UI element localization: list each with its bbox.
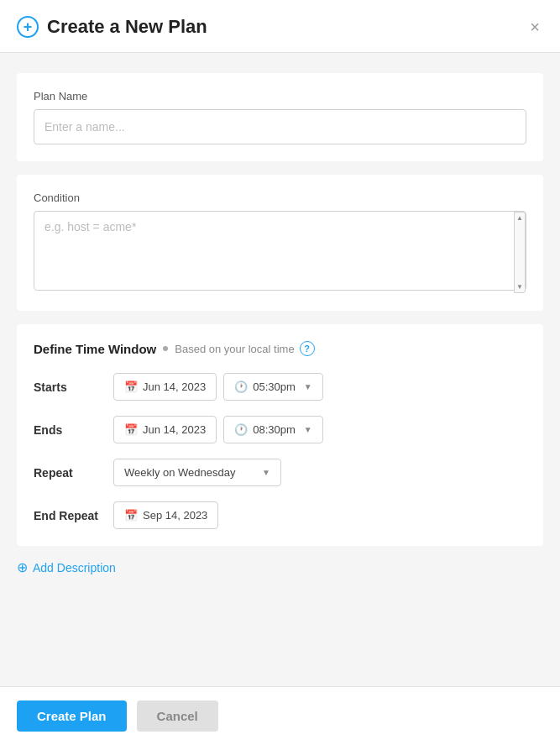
starts-date-value: Jun 14, 2023 xyxy=(143,380,206,393)
ends-row: Ends 📅 Jun 14, 2023 🕐 08:30pm ▼ xyxy=(34,416,526,443)
starts-label: Starts xyxy=(34,380,113,394)
end-repeat-date-value: Sep 14, 2023 xyxy=(143,509,207,522)
starts-date-picker[interactable]: 📅 Jun 14, 2023 xyxy=(113,373,217,401)
starts-controls: 📅 Jun 14, 2023 🕐 05:30pm ▼ xyxy=(113,373,526,401)
ends-time-select[interactable]: 🕐 08:30pm ▼ xyxy=(223,416,323,443)
dialog-title: Create a New Plan xyxy=(47,16,526,38)
end-repeat-row: End Repeat 📅 Sep 14, 2023 xyxy=(34,501,526,529)
time-window-section: Define Time Window Based on your local t… xyxy=(17,324,543,546)
condition-container: ▲ ▼ xyxy=(34,211,526,294)
scroll-up-arrow[interactable]: ▲ xyxy=(515,212,525,223)
repeat-label: Repeat xyxy=(34,466,113,480)
add-description-link[interactable]: ⊕ Add Description xyxy=(17,559,543,575)
ends-date-picker[interactable]: 📅 Jun 14, 2023 xyxy=(113,416,217,443)
plan-name-label: Plan Name xyxy=(34,90,526,102)
time-window-header: Define Time Window Based on your local t… xyxy=(34,341,526,356)
dialog-content: Plan Name Condition ▲ ▼ Define Time Wind… xyxy=(0,53,560,686)
ends-date-value: Jun 14, 2023 xyxy=(143,423,206,436)
plus-circle-icon: + xyxy=(17,16,39,38)
end-repeat-date-picker[interactable]: 📅 Sep 14, 2023 xyxy=(113,501,218,529)
dialog-footer: Create Plan Cancel xyxy=(0,686,560,745)
chevron-down-icon-ends: ▼ xyxy=(304,425,312,434)
repeat-row: Repeat Weekly on Wednesday ▼ xyxy=(34,459,526,486)
local-time-text: Based on your local time xyxy=(175,343,294,355)
ends-time-value: 08:30pm xyxy=(253,423,296,436)
help-badge[interactable]: ? xyxy=(300,341,315,356)
create-plan-button[interactable]: Create Plan xyxy=(17,700,127,732)
repeat-select[interactable]: Weekly on Wednesday ▼ xyxy=(113,459,281,486)
plan-name-section: Plan Name xyxy=(17,73,543,161)
calendar-icon-end-repeat: 📅 xyxy=(124,509,138,522)
ends-label: Ends xyxy=(34,423,113,437)
repeat-controls: Weekly on Wednesday ▼ xyxy=(113,459,526,486)
starts-time-select[interactable]: 🕐 05:30pm ▼ xyxy=(223,373,323,401)
time-window-title: Define Time Window xyxy=(34,342,156,356)
dialog-header: + Create a New Plan × xyxy=(0,0,560,53)
starts-row: Starts 📅 Jun 14, 2023 🕐 05:30pm ▼ xyxy=(34,373,526,401)
clock-icon: 🕐 xyxy=(234,380,248,393)
repeat-chevron-icon: ▼ xyxy=(262,468,270,477)
clock-icon-ends: 🕐 xyxy=(234,423,248,436)
end-repeat-controls: 📅 Sep 14, 2023 xyxy=(113,501,526,529)
calendar-icon: 📅 xyxy=(124,380,138,393)
add-description-label: Add Description xyxy=(33,561,116,574)
condition-textarea[interactable] xyxy=(34,211,526,291)
dot-separator xyxy=(163,346,168,351)
chevron-down-icon: ▼ xyxy=(304,382,312,391)
create-plan-dialog: + Create a New Plan × Plan Name Conditio… xyxy=(0,0,560,745)
scrollbar: ▲ ▼ xyxy=(514,212,526,293)
starts-time-value: 05:30pm xyxy=(253,380,296,393)
condition-section: Condition ▲ ▼ xyxy=(17,175,543,311)
calendar-icon-ends: 📅 xyxy=(124,423,138,436)
condition-label: Condition xyxy=(34,191,526,204)
scroll-down-arrow[interactable]: ▼ xyxy=(515,281,525,292)
end-repeat-label: End Repeat xyxy=(34,509,113,522)
ends-controls: 📅 Jun 14, 2023 🕐 08:30pm ▼ xyxy=(113,416,526,443)
plan-name-input[interactable] xyxy=(34,109,526,144)
add-description-icon: ⊕ xyxy=(17,559,28,575)
close-button[interactable]: × xyxy=(526,15,543,39)
add-description-section: ⊕ Add Description xyxy=(17,559,543,575)
cancel-button[interactable]: Cancel xyxy=(137,700,218,732)
repeat-value: Weekly on Wednesday xyxy=(124,466,235,479)
